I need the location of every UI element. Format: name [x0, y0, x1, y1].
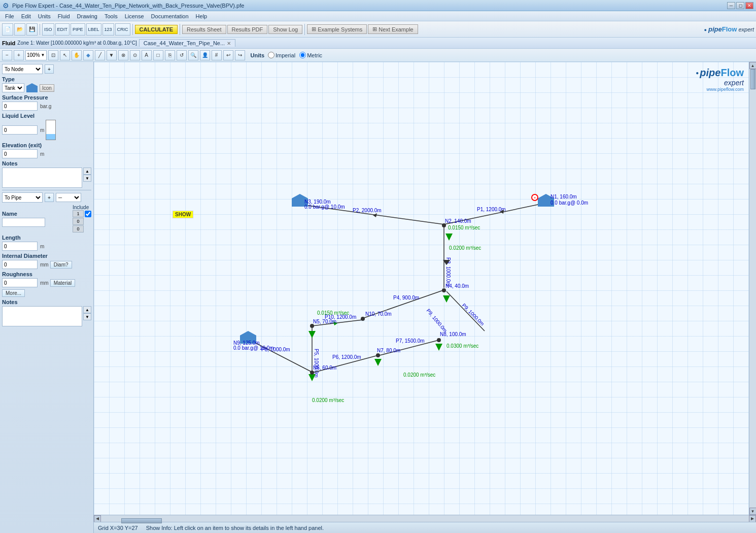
- zone-info: Zone 1: Water [1000.000000 kg/m³ at 0.0b…: [17, 40, 136, 46]
- zoom-area-tool[interactable]: 🔍: [188, 50, 198, 60]
- n10-dot: [361, 317, 365, 321]
- close-button[interactable]: ✕: [745, 2, 753, 9]
- close-tab-button[interactable]: ✕: [227, 41, 231, 46]
- fit-button[interactable]: ⊡: [48, 50, 58, 60]
- pipe-add-button[interactable]: +: [45, 193, 54, 202]
- vertical-scrollbar[interactable]: ▲ ▼: [749, 62, 756, 515]
- pipe-tool[interactable]: ╱: [95, 50, 105, 60]
- pipe-notes-textarea[interactable]: [2, 306, 82, 326]
- tank-icon: [26, 83, 38, 92]
- type-row: Type Tank Icon: [2, 76, 91, 92]
- internal-diameter-input[interactable]: [2, 260, 38, 269]
- to-node-select[interactable]: To Node: [2, 64, 43, 74]
- node-notes-textarea[interactable]: [2, 168, 82, 188]
- select-tool[interactable]: ↖: [60, 50, 70, 60]
- canvas-area[interactable]: SHOW P2, 2000.0m P1, 1200.0m: [94, 62, 749, 515]
- cric-button[interactable]: CRIC: [115, 23, 130, 36]
- to-pipe-select[interactable]: To Pipe: [2, 192, 43, 203]
- menu-help[interactable]: Help: [193, 12, 211, 20]
- menu-license[interactable]: License: [122, 12, 147, 20]
- menu-fluid[interactable]: Fluid: [55, 12, 73, 20]
- rect-tool[interactable]: □: [153, 50, 163, 60]
- node-notes-row: Notes ▲ ▼: [2, 160, 91, 188]
- pipe-p2-label: P2, 2000.0m: [353, 208, 382, 213]
- horizontal-scrollbar[interactable]: ◀ ▶: [94, 515, 756, 522]
- demand-tool[interactable]: ▼: [107, 50, 117, 60]
- show-log-button[interactable]: Show Log: [268, 25, 302, 34]
- user-tool[interactable]: 👤: [200, 50, 210, 60]
- undo-button[interactable]: ↩: [223, 50, 233, 60]
- tank-n3[interactable]: [292, 194, 308, 207]
- grid-tool[interactable]: #: [212, 50, 222, 60]
- menu-file[interactable]: File: [2, 12, 17, 20]
- pipe-p8-label: P8, 1000.0m: [261, 347, 290, 352]
- zoom-dropdown-icon[interactable]: ▼: [41, 53, 45, 57]
- menu-units[interactable]: Units: [35, 12, 54, 20]
- zoom-out-button[interactable]: −: [2, 50, 12, 60]
- material-button[interactable]: Material: [50, 279, 76, 287]
- valve-tool[interactable]: ⊗: [118, 50, 128, 60]
- zone-tab[interactable]: Case_44_Water_Ten_Pipe_Ne... ✕: [139, 39, 235, 47]
- pipe-name-input[interactable]: [2, 218, 45, 227]
- metric-radio[interactable]: Metric: [299, 52, 322, 58]
- label-button[interactable]: LBEL: [86, 23, 101, 36]
- scroll-left-arrow[interactable]: ◀: [94, 515, 101, 522]
- include-checkbox[interactable]: [85, 211, 91, 217]
- v-scroll-thumb[interactable]: [750, 69, 755, 89]
- scroll-down-arrow[interactable]: ▼: [749, 508, 757, 515]
- scroll-down-button[interactable]: ▼: [83, 175, 91, 182]
- tank-n9[interactable]: [240, 331, 256, 344]
- copy-tool[interactable]: ⎘: [165, 50, 175, 60]
- pipe-p5-label: P5, 1000.0m: [314, 349, 319, 378]
- calculate-button[interactable]: CALCULATE: [135, 25, 178, 34]
- menu-drawing[interactable]: Drawing: [74, 12, 100, 20]
- pipe-scroll-down-button[interactable]: ▼: [83, 313, 91, 320]
- redo-button[interactable]: ↪: [235, 50, 245, 60]
- scroll-up-button[interactable]: ▲: [83, 168, 91, 175]
- pipe-type-row: To Pipe + ─: [2, 192, 91, 203]
- icon-button[interactable]: Icon: [40, 84, 54, 92]
- roughness-input[interactable]: [2, 278, 38, 287]
- results-pdf-button[interactable]: Results PDF: [227, 25, 268, 34]
- h-scroll-thumb[interactable]: [121, 518, 162, 523]
- open-button[interactable]: 📂: [14, 23, 25, 36]
- iso-button[interactable]: ISO: [42, 23, 54, 36]
- elevation-input[interactable]: [2, 149, 38, 158]
- type-select[interactable]: Tank: [2, 83, 24, 92]
- scroll-up-arrow[interactable]: ▲: [749, 62, 757, 69]
- pipe-button[interactable]: PIPE: [71, 23, 85, 36]
- more-button[interactable]: More...: [2, 289, 25, 297]
- save-button[interactable]: 💾: [26, 23, 38, 36]
- rotate-tool[interactable]: ↺: [177, 50, 187, 60]
- next-example-button[interactable]: ⊞ Next Example: [368, 24, 418, 34]
- results-sheet-button[interactable]: Results Sheet: [182, 25, 226, 34]
- restore-button[interactable]: ◻: [736, 2, 744, 9]
- menu-tools[interactable]: Tools: [101, 12, 121, 20]
- help-text: Show Info: Left click on an item to show…: [146, 525, 324, 531]
- node-tool[interactable]: ◆: [83, 50, 93, 60]
- new-button[interactable]: 📄: [2, 23, 13, 36]
- more-row: More...: [2, 289, 91, 297]
- pipe-scroll-up-button[interactable]: ▲: [83, 306, 91, 313]
- pan-tool[interactable]: ✋: [72, 50, 82, 60]
- menu-edit[interactable]: Edit: [18, 12, 34, 20]
- minimize-button[interactable]: ─: [727, 2, 735, 9]
- diam-button[interactable]: Diam?: [50, 261, 72, 269]
- node-add-button[interactable]: +: [45, 64, 54, 74]
- imperial-radio[interactable]: Imperial: [268, 52, 295, 58]
- edit-button[interactable]: EDIT: [55, 23, 70, 36]
- text-tool[interactable]: A: [142, 50, 152, 60]
- menu-documentation[interactable]: Documentation: [148, 12, 192, 20]
- 123-button[interactable]: 123: [102, 23, 114, 36]
- pump-tool[interactable]: ⊙: [130, 50, 140, 60]
- pipe-style-select[interactable]: ─: [56, 193, 81, 202]
- tank-n1[interactable]: [538, 194, 554, 207]
- liquid-level-input[interactable]: [2, 125, 38, 135]
- surface-pressure-input[interactable]: [2, 102, 38, 111]
- length-input[interactable]: [2, 242, 38, 251]
- example-systems-button[interactable]: ⊞ Example Systems: [307, 24, 367, 34]
- zoom-in-button[interactable]: +: [14, 50, 24, 60]
- pipe-p4-label: P4, 900.0m: [393, 295, 419, 301]
- n5-label: N5, 70.0m: [313, 319, 336, 324]
- scroll-right-arrow[interactable]: ▶: [749, 515, 756, 522]
